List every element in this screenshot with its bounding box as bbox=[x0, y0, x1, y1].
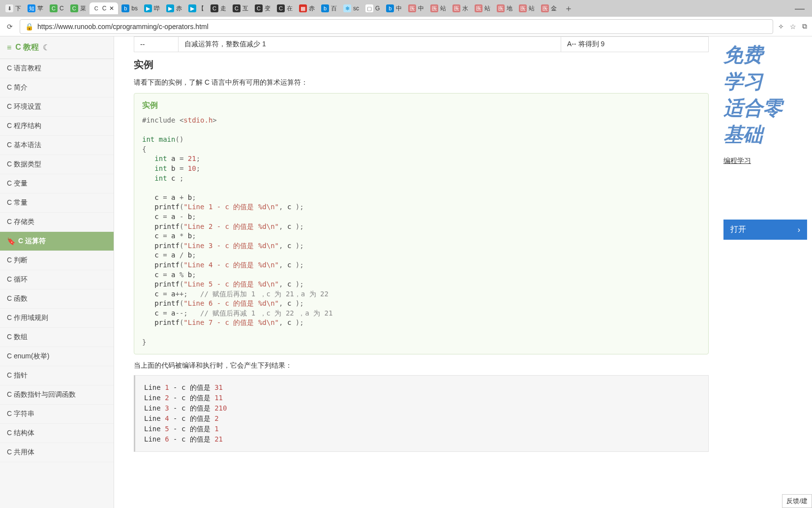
ad-link[interactable]: 编程学习 bbox=[723, 157, 807, 165]
tab-label: C bbox=[60, 5, 64, 12]
url-box[interactable]: 🔒 bbox=[20, 19, 773, 34]
tab-8[interactable]: ▶【 bbox=[185, 2, 207, 15]
sidebar-item-label: C 简介 bbox=[7, 83, 28, 91]
sidebar-item-11[interactable]: C 循环 bbox=[0, 270, 114, 289]
tab-label: 下 bbox=[15, 4, 21, 13]
sidebar-item-label: C 程序结构 bbox=[7, 122, 41, 129]
sidebar-item-10[interactable]: C 判断 bbox=[0, 251, 114, 270]
tab-2[interactable]: CC bbox=[47, 2, 67, 14]
sidebar-item-label: C 循环 bbox=[7, 275, 28, 283]
tab-4[interactable]: CC✕ bbox=[90, 2, 119, 14]
tab-20[interactable]: 医水 bbox=[450, 2, 471, 15]
sidebar-item-13[interactable]: C 作用域规则 bbox=[0, 309, 114, 328]
sidebar-item-label: C 常量 bbox=[7, 198, 28, 206]
sidebar: ≡ C 教程 ☾ C 语言教程C 简介C 环境设置C 程序结构C 基本语法C 数… bbox=[0, 36, 114, 508]
sidebar-item-15[interactable]: C enum(枚举) bbox=[0, 347, 114, 366]
tab-9[interactable]: C走 bbox=[208, 2, 229, 15]
tab-favicon: b bbox=[121, 4, 129, 12]
ad-text: 免费学习适合零基础 bbox=[723, 41, 807, 148]
tabs-bar: ⬇下知苹CCC菜CC✕bbs▶哔▶赤▶【C走C互C变C在▦赤b百❄sc▢Gb中医… bbox=[0, 0, 812, 17]
tab-label: 【 bbox=[198, 4, 204, 13]
tab-0[interactable]: ⬇下 bbox=[2, 2, 24, 15]
tab-12[interactable]: C在 bbox=[274, 2, 296, 15]
sidebar-item-5[interactable]: C 数据类型 bbox=[0, 155, 114, 174]
sidebar-item-9[interactable]: 🔖C 运算符 bbox=[0, 232, 114, 251]
sidebar-item-18[interactable]: C 字符串 bbox=[0, 405, 114, 424]
tab-1[interactable]: 知苹 bbox=[25, 2, 46, 15]
sidebar-item-16[interactable]: C 指针 bbox=[0, 366, 114, 385]
tab-label: 站 bbox=[529, 4, 535, 13]
tab-favicon: ⬇ bbox=[5, 4, 13, 12]
tab-21[interactable]: 医站 bbox=[472, 2, 493, 15]
tab-5[interactable]: bbs bbox=[119, 2, 141, 14]
sidebar-item-label: C 函数 bbox=[7, 294, 28, 302]
reload-button[interactable]: ⟳ bbox=[5, 22, 15, 32]
sidebar-item-6[interactable]: C 变量 bbox=[0, 174, 114, 193]
sidebar-item-0[interactable]: C 语言教程 bbox=[0, 59, 114, 78]
tab-6[interactable]: ▶哔 bbox=[141, 2, 163, 15]
sidebar-item-14[interactable]: C 数组 bbox=[0, 328, 114, 347]
sidebar-item-12[interactable]: C 函数 bbox=[0, 289, 114, 309]
sidebar-item-20[interactable]: C 共用体 bbox=[0, 443, 114, 462]
favorite-icon[interactable]: ☆ bbox=[790, 23, 796, 31]
example-title: 实例 bbox=[142, 100, 700, 111]
tab-favicon: 医 bbox=[475, 4, 482, 12]
tab-favicon: ▶ bbox=[144, 4, 152, 12]
tab-22[interactable]: 医地 bbox=[494, 2, 515, 15]
sidebar-item-8[interactable]: C 存储类 bbox=[0, 213, 114, 232]
tab-favicon: 医 bbox=[519, 4, 527, 12]
sidebar-item-label: C 指针 bbox=[7, 371, 28, 379]
close-icon[interactable]: ✕ bbox=[108, 5, 115, 12]
tab-24[interactable]: 医金 bbox=[538, 2, 560, 15]
open-button[interactable]: 打开 › bbox=[723, 220, 807, 240]
output-box: Line 1 - c 的值是 31Line 2 - c 的值是 11Line 3… bbox=[134, 375, 709, 452]
tab-7[interactable]: ▶赤 bbox=[163, 2, 185, 15]
tab-10[interactable]: C互 bbox=[230, 2, 251, 15]
address-bar: ⟳ 🔒 ✧ ☆ ⧉ bbox=[0, 17, 812, 36]
tab-label: 站 bbox=[440, 4, 446, 13]
tab-label: 地 bbox=[507, 4, 512, 13]
table-row: -- 自减运算符，整数值减少 1 A-- 将得到 9 bbox=[134, 37, 709, 52]
moon-icon[interactable]: ☾ bbox=[43, 43, 50, 52]
tab-favicon: ▶ bbox=[166, 4, 174, 12]
sidebar-title: C 教程 bbox=[15, 42, 39, 53]
tab-23[interactable]: 医站 bbox=[516, 2, 538, 15]
tab-label: 水 bbox=[462, 4, 468, 13]
sidebar-item-label: C 变量 bbox=[7, 179, 28, 187]
tab-13[interactable]: ▦赤 bbox=[296, 2, 318, 15]
sidebar-item-3[interactable]: C 程序结构 bbox=[0, 117, 114, 136]
collections-icon[interactable]: ⧉ bbox=[802, 22, 807, 31]
tab-15[interactable]: ❄sc bbox=[340, 2, 362, 14]
new-tab-button[interactable]: ＋ bbox=[560, 2, 577, 14]
sidebar-item-17[interactable]: C 函数指针与回调函数 bbox=[0, 385, 114, 405]
sidebar-item-19[interactable]: C 结构体 bbox=[0, 424, 114, 443]
tab-19[interactable]: 医站 bbox=[427, 2, 449, 15]
tab-label: 中 bbox=[418, 4, 424, 13]
sidebar-item-label: C 存储类 bbox=[7, 218, 34, 225]
feedback-button[interactable]: 反馈/建 bbox=[782, 494, 812, 508]
section-heading: 实例 bbox=[134, 58, 709, 71]
tab-14[interactable]: b百 bbox=[318, 2, 340, 15]
tab-label: 中 bbox=[396, 4, 402, 13]
sidebar-item-4[interactable]: C 基本语法 bbox=[0, 136, 114, 155]
tab-17[interactable]: b中 bbox=[383, 2, 405, 15]
sidebar-item-2[interactable]: C 环境设置 bbox=[0, 97, 114, 117]
sidebar-item-7[interactable]: C 常量 bbox=[0, 193, 114, 213]
tab-favicon: ▢ bbox=[365, 4, 373, 12]
url-input[interactable] bbox=[37, 23, 768, 31]
tab-favicon: 医 bbox=[408, 4, 416, 12]
tab-favicon: 医 bbox=[452, 4, 460, 12]
tab-favicon: C bbox=[92, 4, 100, 12]
tab-11[interactable]: C变 bbox=[252, 2, 273, 15]
chevron-right-icon: › bbox=[798, 225, 800, 234]
tab-favicon: ❄ bbox=[343, 4, 351, 12]
tab-history-button[interactable]: — bbox=[790, 3, 810, 14]
reader-icon[interactable]: ✧ bbox=[778, 23, 784, 31]
sidebar-item-1[interactable]: C 简介 bbox=[0, 78, 114, 97]
ex-cell: A-- 将得到 9 bbox=[561, 37, 709, 52]
lock-icon: 🔒 bbox=[25, 23, 33, 31]
tab-16[interactable]: ▢G bbox=[362, 2, 383, 14]
tab-3[interactable]: C菜 bbox=[67, 2, 89, 15]
bookmark-icon: 🔖 bbox=[7, 237, 15, 245]
tab-18[interactable]: 医中 bbox=[405, 2, 427, 15]
